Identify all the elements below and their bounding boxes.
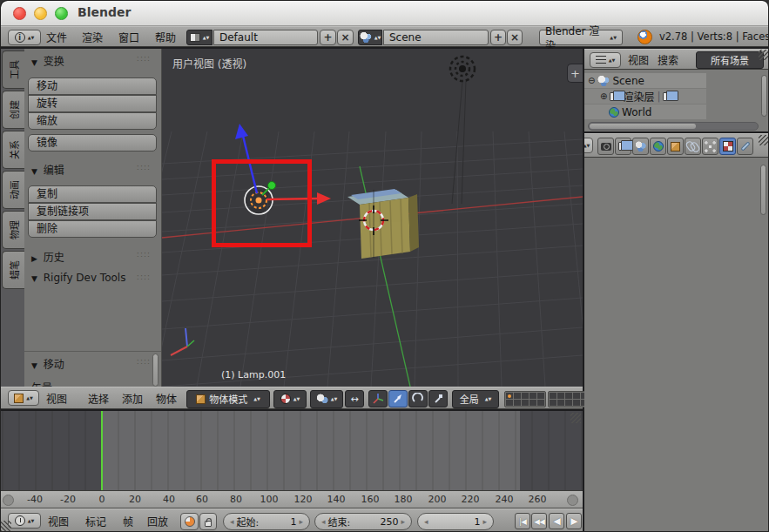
decrement-icon[interactable]: ◂ — [230, 517, 234, 526]
panel-history-header[interactable]: ▶ 历史 :::: — [31, 249, 152, 263]
current-frame-field[interactable]: ◂ 1 ▸ — [417, 513, 494, 530]
panel-redo-move-header[interactable]: ▼ 移动 :::: — [31, 356, 152, 370]
timeline-playhead[interactable] — [101, 411, 103, 490]
end-frame-field[interactable]: ◂ 结束: 250 ▸ — [314, 513, 412, 530]
tab-texture-selected[interactable] — [719, 138, 736, 155]
orientation-dropdown[interactable]: 全局 ▲▼ — [452, 390, 499, 408]
increment-icon[interactable]: ▸ — [401, 517, 405, 526]
rotate-button[interactable]: 旋转 — [28, 95, 157, 112]
maximize-window-button[interactable] — [55, 7, 68, 20]
tab-object[interactable] — [667, 138, 684, 155]
close-layout-button[interactable]: × — [337, 30, 354, 45]
outliner-row-scene[interactable]: ⊖ Scene — [584, 73, 706, 88]
render-layer-icon-2[interactable] — [663, 92, 673, 101]
tab-animation[interactable]: 动画 — [2, 171, 24, 209]
mode-dropdown[interactable]: 物体模式 ▲▼ — [186, 390, 270, 408]
menu-object[interactable]: 物体 — [156, 391, 177, 406]
menu-file[interactable]: 文件 — [46, 30, 67, 44]
editor-type-dropdown-3dview[interactable]: ▲▼ — [8, 390, 39, 406]
duplicate-linked-button[interactable]: 复制链接项 — [28, 203, 157, 220]
toolshelf-scrollbar[interactable] — [152, 354, 159, 387]
outliner-row-world[interactable]: World — [584, 104, 706, 119]
menu-help[interactable]: 帮助 — [155, 30, 176, 44]
manipulator-toggle-button[interactable] — [368, 390, 388, 407]
scene-icon-button[interactable]: ▲▼ — [358, 30, 382, 45]
outliner-vscrollbar[interactable] — [761, 75, 767, 117]
pivot-dropdown[interactable]: ▲▼ — [310, 390, 343, 408]
screen-layout-field[interactable]: Default — [213, 30, 318, 45]
menu-search[interactable]: 搜索 — [658, 52, 678, 67]
tab-physics[interactable] — [737, 138, 753, 155]
resize-grip[interactable] — [1, 521, 11, 531]
tab-particles[interactable] — [702, 138, 718, 155]
start-frame-field[interactable]: ◂ 起始: 1 ▸ — [223, 513, 310, 530]
lock-time-toggle[interactable] — [199, 513, 217, 530]
properties-vscrollbar[interactable] — [760, 165, 766, 215]
outliner-filter-dropdown[interactable]: 所有场景 — [696, 51, 764, 69]
scale-button[interactable]: 缩放 — [28, 112, 157, 130]
menu-select[interactable]: 选择 — [88, 391, 109, 406]
viewport-3d[interactable]: 用户视图 (透视) + (1) Lamp.001 — [162, 49, 583, 387]
pivot-align-toggle[interactable]: ↔ — [345, 390, 364, 407]
menu-window[interactable]: 窗口 — [118, 30, 139, 44]
scrollbar-right-cap[interactable] — [567, 495, 578, 506]
outliner-label[interactable]: Scene — [612, 75, 644, 87]
manipulator-scale-button[interactable] — [428, 390, 448, 407]
duplicate-button[interactable]: 复制 — [28, 185, 157, 203]
region-expand-tab[interactable]: + — [567, 64, 583, 83]
panel-grip-icon[interactable]: :::: — [137, 357, 151, 366]
layers-widget-2[interactable] — [548, 391, 590, 407]
close-scene-button[interactable]: × — [507, 30, 523, 45]
expand-plus-icon[interactable]: ⊕ — [600, 91, 607, 101]
manipulator-translate-button[interactable] — [388, 390, 408, 407]
add-layout-button[interactable]: + — [320, 30, 336, 45]
panel-grip-icon[interactable]: :::: — [137, 273, 151, 281]
editor-type-dropdown-outliner[interactable]: ▲▼ — [590, 52, 621, 68]
tab-world[interactable] — [650, 138, 666, 155]
increment-icon[interactable]: ▸ — [482, 517, 487, 526]
menu-view-outliner[interactable]: 视图 — [628, 52, 649, 67]
outliner-hscrollbar[interactable] — [588, 122, 759, 131]
layers-widget-1[interactable] — [504, 391, 546, 407]
tab-create[interactable]: 创建 — [2, 91, 24, 129]
panel-rigify-header[interactable]: ▼ Rigify Dev Tools :::: — [31, 272, 152, 286]
screen-layout-icon-button[interactable]: ▲▼ — [186, 30, 212, 45]
jump-to-start-button[interactable]: |◀ — [515, 513, 530, 529]
layer-cell-active[interactable] — [506, 393, 513, 399]
menu-view-timeline[interactable]: 视图 — [48, 514, 69, 529]
shading-dropdown[interactable]: ▲▼ — [273, 390, 307, 408]
tab-render-layers[interactable] — [615, 138, 631, 155]
translate-button[interactable]: 移动 — [28, 77, 157, 95]
resize-grip[interactable] — [570, 413, 581, 423]
resize-grip[interactable] — [759, 135, 769, 145]
menu-frame[interactable]: 帧 — [123, 514, 133, 529]
panel-grip-icon[interactable]: :::: — [137, 54, 151, 63]
menu-playback[interactable]: 回放 — [147, 514, 168, 529]
render-engine-dropdown[interactable]: Blender 渲染 ▲▼ — [539, 30, 623, 45]
prev-keyframe-button[interactable]: ◀◀ — [531, 513, 547, 529]
increment-icon[interactable]: ▸ — [299, 517, 303, 526]
scrollbar-left-cap[interactable] — [3, 495, 14, 506]
timeline-ruler[interactable]: -40 -20 0 20 40 60 80 100 120 140 160 18… — [1, 490, 583, 508]
panel-grip-icon[interactable]: :::: — [137, 250, 151, 259]
play-button[interactable]: ▶ — [566, 513, 582, 529]
manipulator-rotate-button[interactable] — [408, 390, 428, 407]
decrement-icon[interactable]: ◂ — [424, 517, 428, 526]
mirror-button[interactable]: 镜像 — [28, 134, 157, 152]
tab-relations[interactable]: 关系 — [2, 131, 24, 169]
outliner-label[interactable]: 渲染层 — [623, 89, 654, 104]
menu-render[interactable]: 渲染 — [82, 30, 103, 44]
play-reverse-button[interactable]: ◀ — [549, 513, 564, 529]
outliner-label[interactable]: World — [622, 106, 651, 118]
menu-marker[interactable]: 标记 — [85, 514, 106, 529]
tab-scene[interactable] — [632, 138, 649, 155]
tab-physics[interactable]: 物理 — [2, 211, 24, 249]
tab-render[interactable] — [597, 138, 614, 155]
panel-transform-header[interactable]: ▼ 变换 :::: — [31, 53, 152, 67]
editor-type-dropdown-info[interactable]: i ▲▼ — [8, 30, 41, 45]
scene-name-field[interactable]: Scene — [383, 30, 489, 45]
preview-range-toggle[interactable] — [180, 513, 199, 530]
timeline-canvas[interactable] — [1, 411, 583, 490]
minimize-window-button[interactable] — [34, 7, 47, 20]
decrement-icon[interactable]: ◂ — [321, 517, 326, 526]
